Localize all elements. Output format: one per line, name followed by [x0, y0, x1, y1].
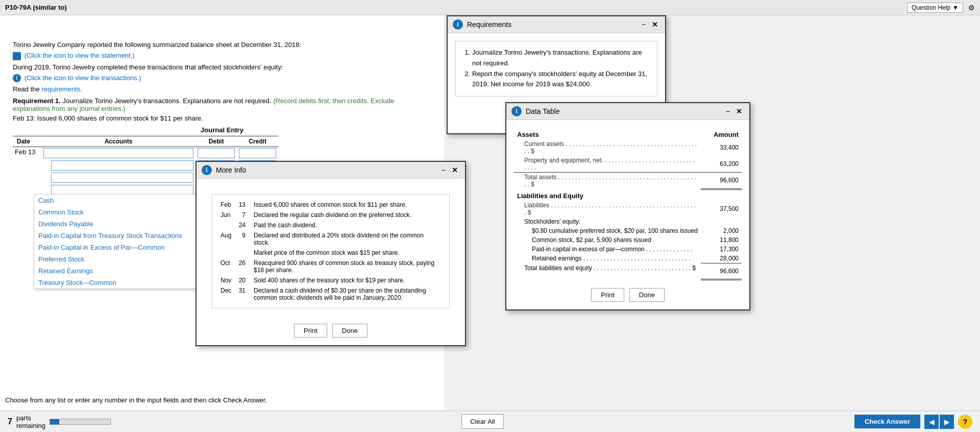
check-answer-button[interactable]: Check Answer: [854, 415, 920, 428]
page-title: P10-79A (similar to): [5, 4, 67, 11]
problem-intro: Torino Jewelry Company reported the foll…: [13, 41, 431, 49]
day-6: 26: [235, 258, 251, 275]
progress-bar-fill: [50, 419, 59, 424]
more-info-minimize-button[interactable]: −: [439, 166, 448, 174]
click-transactions-link[interactable]: (Click the icon to view the transactions…: [24, 74, 141, 82]
data-panel-footer: Print Done: [506, 288, 749, 309]
desc-6: Reacquired 900 shares of common stock as…: [251, 258, 444, 275]
transaction-row-4: Aug 9 Declared and distributed a 20% sto…: [217, 230, 444, 248]
current-assets-value: 33,400: [701, 139, 742, 156]
accounts-input-1[interactable]: [43, 148, 194, 158]
requirements-panel-body: Journalize Torino Jewelry's transactions…: [448, 33, 665, 112]
retained-earnings-value: 28,000: [701, 254, 742, 263]
table-row: Feb 13: [13, 147, 278, 160]
more-info-print-button[interactable]: Print: [294, 324, 327, 338]
credit-input-1[interactable]: [239, 148, 276, 158]
help-circle-button[interactable]: ?: [958, 415, 972, 429]
instruction-text: Choose from any list or enter any number…: [5, 396, 267, 404]
parts-remaining: 7 partsremaining: [8, 414, 111, 429]
dropdown-item-paid-in-treasury[interactable]: Paid-in Capital from Treasury Stock Tran…: [34, 230, 207, 242]
dropdown-list: Cash Common Stock Dividends Payable Paid…: [34, 194, 207, 289]
journal-title: Journal Entry: [13, 126, 431, 134]
dropdown-item-dividends-payable[interactable]: Dividends Payable: [34, 218, 207, 230]
grid-icon[interactable]: [13, 52, 21, 60]
data-panel-minimize-button[interactable]: −: [724, 107, 732, 115]
current-assets-label: Current assets . . . . . . . . . . . . .…: [514, 139, 701, 156]
total-assets-value: 96,600: [701, 173, 742, 189]
accounts-input-2[interactable]: [51, 160, 194, 171]
accounts-input-3[interactable]: [51, 173, 194, 183]
common-stock-row: Common stock, $2 par, 5,900 shares issue…: [514, 235, 742, 245]
question-help-button[interactable]: Question Help ▼: [907, 3, 963, 13]
chevron-down-icon: ▼: [952, 4, 959, 11]
next-button[interactable]: ▶: [940, 415, 954, 429]
parts-remaining-label: partsremaining: [16, 414, 45, 429]
liabilities-row: Liabilities . . . . . . . . . . . . . . …: [514, 201, 742, 217]
day-8: 31: [235, 285, 251, 303]
more-info-panel-body: Feb 13 Issued 6,000 shares of common sto…: [197, 179, 465, 324]
property-value: 63,200: [701, 156, 742, 173]
more-info-content: Feb 13 Issued 6,000 shares of common sto…: [212, 194, 450, 308]
prev-button[interactable]: ◀: [924, 415, 939, 429]
total-liabilities-equity-row: Total liabilities and equity . . . . . .…: [514, 263, 742, 280]
accounts-cell-2: [41, 159, 196, 172]
gear-icon[interactable]: ⚙: [968, 4, 975, 12]
day-2: 7: [235, 210, 251, 220]
desc-4: Declared and distributed a 20% stock div…: [251, 230, 444, 248]
more-info-panel-footer: Print Done: [197, 324, 465, 345]
info-icon-transactions[interactable]: i: [13, 74, 21, 82]
assets-header: Assets: [514, 128, 701, 139]
month-5: [217, 248, 235, 258]
dropdown-item-preferred-stock[interactable]: Preferred Stock: [34, 253, 207, 265]
requirement-item-1: Journalize Torino Jewelry's transactions…: [472, 47, 651, 69]
requirements-close-button[interactable]: ✕: [650, 20, 660, 29]
debit-input-1[interactable]: [198, 148, 235, 158]
parts-count: 7: [8, 417, 12, 426]
dropdown-item-treasury-stock[interactable]: Treasury Stock—Common: [34, 277, 207, 289]
more-info-panel-title: i More Info: [202, 165, 246, 175]
data-panel-title: i Data Table: [511, 106, 560, 116]
accounts-header: Accounts: [41, 136, 196, 147]
bottom-center-buttons: Clear All: [461, 414, 503, 429]
total-assets-row: Total assets . . . . . . . . . . . . . .…: [514, 173, 742, 189]
liabilities-label: Liabilities . . . . . . . . . . . . . . …: [514, 201, 701, 217]
day-1: 13: [235, 200, 251, 210]
data-panel-close-button[interactable]: ✕: [734, 107, 744, 115]
current-assets-row: Current assets . . . . . . . . . . . . .…: [514, 139, 742, 156]
stockholders-equity-label: Stockholders' equity:: [514, 217, 701, 226]
day-4: 9: [235, 230, 251, 248]
desc-8: Declared a cash dividend of $0.30 per sh…: [251, 285, 444, 303]
req1-line: Requirement 1. Journalize Torino Jewelry…: [13, 97, 431, 112]
data-table-info-icon: i: [511, 106, 522, 116]
requirements-panel-header: i Requirements − ✕: [448, 16, 665, 33]
dropdown-item-paid-in-excess[interactable]: Paid-in Capital in Excess of Par—Common: [34, 242, 207, 253]
day-7: 20: [235, 275, 251, 285]
common-stock-label: Common stock, $2 par, 5,900 shares issue…: [514, 235, 701, 245]
desc-2: Declared the regular cash dividend on th…: [251, 210, 444, 220]
day-5: [235, 248, 251, 258]
clear-all-button[interactable]: Clear All: [461, 414, 503, 429]
more-info-done-button[interactable]: Done: [332, 324, 368, 338]
more-info-close-button[interactable]: ✕: [450, 166, 460, 174]
liabilities-value: 37,500: [701, 201, 742, 217]
liabilities-equity-header-row: Liabilities and Equity: [514, 189, 742, 201]
requirements-link[interactable]: requirements: [41, 85, 80, 93]
dropdown-item-retained-earnings[interactable]: Retained Earnings: [34, 265, 207, 277]
month-4: Aug: [217, 230, 235, 248]
click-transactions-line: i (Click the icon to view the transactio…: [13, 74, 431, 83]
requirement-item-2: Report the company's stockholders' equit…: [472, 69, 651, 90]
total-assets-label: Total assets . . . . . . . . . . . . . .…: [514, 173, 701, 189]
bottom-right: Check Answer ◀ ▶ ?: [854, 415, 972, 429]
requirements-list: Journalize Torino Jewelry's transactions…: [472, 47, 651, 90]
click-statement-link[interactable]: (Click the icon to view the statement.): [24, 52, 135, 59]
dropdown-item-cash[interactable]: Cash: [34, 195, 207, 206]
dropdown-item-common-stock[interactable]: Common Stock: [34, 206, 207, 218]
stockholders-equity-header-row: Stockholders' equity:: [514, 217, 742, 226]
requirements-minimize-button[interactable]: −: [640, 20, 648, 29]
credit-header: Credit: [237, 136, 278, 147]
data-done-button[interactable]: Done: [629, 288, 665, 302]
transaction-row-8: Dec 31 Declared a cash dividend of $0.30…: [217, 285, 444, 303]
common-stock-value: 11,800: [701, 235, 742, 245]
data-panel-body: Assets Amount Current assets . . . . . .…: [506, 120, 749, 288]
data-print-button[interactable]: Print: [591, 288, 624, 302]
